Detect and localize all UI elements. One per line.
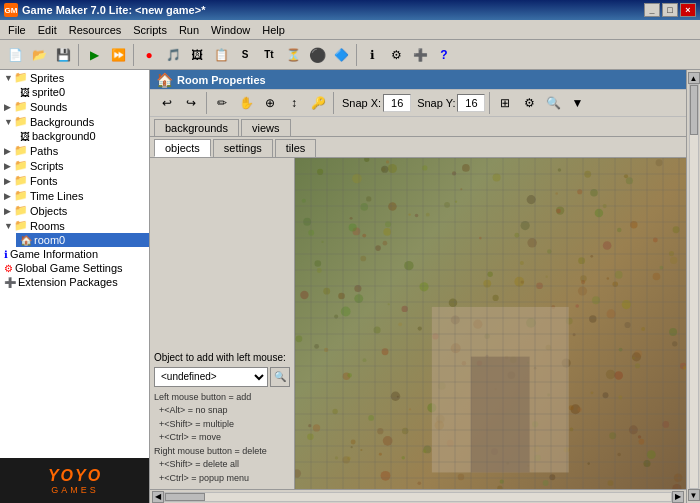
sidebar-item-fonts[interactable]: ▶ 📁 Fonts <box>0 173 149 188</box>
tab-objects[interactable]: objects <box>154 139 211 157</box>
tb-sprite[interactable]: ● <box>138 44 160 66</box>
tb-timeline[interactable]: ⏳ <box>282 44 304 66</box>
room-tb-settings[interactable]: ⚙ <box>518 92 540 114</box>
expand-icon-sprites: ▼ <box>4 73 12 83</box>
horizontal-scrollbar[interactable]: ◀ ▶ <box>150 489 686 503</box>
room-canvas-element <box>295 158 686 489</box>
object-browse-button[interactable]: 🔍 <box>270 367 290 387</box>
menu-help[interactable]: Help <box>256 22 291 38</box>
tb-help[interactable]: ? <box>433 44 455 66</box>
scroll-vtrack[interactable] <box>689 84 699 489</box>
snap-y-input[interactable] <box>457 94 485 112</box>
sidebar-label-gameinfo: Game Information <box>10 248 98 260</box>
sidebar-item-objects[interactable]: ▶ 📁 Objects <box>0 203 149 218</box>
menu-file[interactable]: File <box>2 22 32 38</box>
tb-object[interactable]: ⚫ <box>306 44 328 66</box>
room-tb-arrow[interactable]: ↕ <box>283 92 305 114</box>
sidebar-item-gameinfo[interactable]: ℹ Game Information <box>0 247 149 261</box>
tb-run-debug[interactable]: ⏩ <box>107 44 129 66</box>
tb-room[interactable]: 🔷 <box>330 44 352 66</box>
sidebar-item-room0[interactable]: 🏠 room0 <box>16 233 149 247</box>
scroll-track[interactable] <box>164 492 672 502</box>
tab-backgrounds[interactable]: backgrounds <box>154 119 239 136</box>
scroll-down-btn[interactable]: ▼ <box>688 489 700 501</box>
scroll-vthumb[interactable] <box>690 85 698 135</box>
sidebar-label-background0: background0 <box>32 130 96 142</box>
sidebar-item-sprite0[interactable]: 🖼 sprite0 <box>16 85 149 99</box>
help-line-3: +<Shift> = multiple <box>154 418 290 432</box>
menu-edit[interactable]: Edit <box>32 22 63 38</box>
app-icon: GM <box>4 3 18 17</box>
tb-new[interactable]: 📄 <box>4 44 26 66</box>
title-bar-controls[interactable]: _ □ × <box>644 3 696 17</box>
room-tb-zoomdrop[interactable]: ▼ <box>566 92 588 114</box>
sidebar: ▼ 📁 Sprites 🖼 sprite0 ▶ 📁 Sounds ▼ 📁 Bac… <box>0 70 150 503</box>
sidebar-item-sounds[interactable]: ▶ 📁 Sounds <box>0 99 149 114</box>
room-tb-lock[interactable]: 🔑 <box>307 92 329 114</box>
room-tb-select[interactable]: ⊕ <box>259 92 281 114</box>
sidebar-item-background0[interactable]: 🖼 background0 <box>16 129 149 143</box>
tb-sound[interactable]: 🎵 <box>162 44 184 66</box>
expand-icon-backgrounds: ▼ <box>4 117 12 127</box>
tb-path[interactable]: 📋 <box>210 44 232 66</box>
tb-run[interactable]: ▶ <box>83 44 105 66</box>
sidebar-item-extensions[interactable]: ➕ Extension Packages <box>0 275 149 289</box>
expand-icon-objects: ▶ <box>4 206 12 216</box>
room-panel-title: Room Properties <box>177 74 266 86</box>
help-text: Left mouse button = add +<Alt> = no snap… <box>154 391 290 486</box>
yoyo-logo-text: YOYO <box>48 467 102 485</box>
snap-y-label: Snap Y: <box>417 97 455 109</box>
tb-save[interactable]: 💾 <box>52 44 74 66</box>
scroll-right-btn[interactable]: ▶ <box>672 491 684 503</box>
room-tb-redo[interactable]: ↪ <box>180 92 202 114</box>
scroll-left-btn[interactable]: ◀ <box>152 491 164 503</box>
room-canvas <box>295 158 686 489</box>
tb-gameinfo[interactable]: ℹ <box>361 44 383 66</box>
sidebar-label-gamesettings: Global Game Settings <box>15 262 123 274</box>
minimize-button[interactable]: _ <box>644 3 660 17</box>
room-tb-undo[interactable]: ↩ <box>156 92 178 114</box>
sidebar-item-backgrounds[interactable]: ▼ 📁 Backgrounds <box>0 114 149 129</box>
sidebar-item-timelines[interactable]: ▶ 📁 Time Lines <box>0 188 149 203</box>
room-tb-sep2 <box>333 92 334 114</box>
vertical-scrollbar[interactable]: ▲ ▼ <box>686 70 700 503</box>
tb-open[interactable]: 📂 <box>28 44 50 66</box>
snap-x-input[interactable] <box>383 94 411 112</box>
sidebar-item-gamesettings[interactable]: ⚙ Global Game Settings <box>0 261 149 275</box>
tb-extensions[interactable]: ➕ <box>409 44 431 66</box>
menu-window[interactable]: Window <box>205 22 256 38</box>
tabs-row2: objects settings tiles <box>150 137 686 158</box>
room-tb-grid[interactable]: ⊞ <box>494 92 516 114</box>
room-panel-header: 🏠 Room Properties <box>150 70 686 90</box>
room-tb-draw[interactable]: ✏ <box>211 92 233 114</box>
room-tb-zoom[interactable]: 🔍 <box>542 92 564 114</box>
menu-run[interactable]: Run <box>173 22 205 38</box>
sidebar-label-extensions: Extension Packages <box>18 276 118 288</box>
tb-gamesettings[interactable]: ⚙ <box>385 44 407 66</box>
sidebar-label-fonts: Fonts <box>30 175 58 187</box>
sidebar-item-rooms[interactable]: ▼ 📁 Rooms <box>0 218 149 233</box>
main-layout: ▼ 📁 Sprites 🖼 sprite0 ▶ 📁 Sounds ▼ 📁 Bac… <box>0 70 700 503</box>
menu-scripts[interactable]: Scripts <box>127 22 173 38</box>
maximize-button[interactable]: □ <box>662 3 678 17</box>
object-select[interactable]: <undefined> <box>154 367 268 387</box>
scroll-thumb[interactable] <box>165 493 205 501</box>
menu-bar: File Edit Resources Scripts Run Window H… <box>0 20 700 40</box>
room-tb-move[interactable]: ✋ <box>235 92 257 114</box>
menu-resources[interactable]: Resources <box>63 22 128 38</box>
tb-script[interactable]: S <box>234 44 256 66</box>
tb-font[interactable]: Tt <box>258 44 280 66</box>
sidebar-item-sprites[interactable]: ▼ 📁 Sprites <box>0 70 149 85</box>
tb-separator1 <box>78 44 79 66</box>
tab-tiles[interactable]: tiles <box>275 139 317 157</box>
expand-icon-fonts: ▶ <box>4 176 12 186</box>
tabs-row1: backgrounds views <box>150 117 686 137</box>
tab-settings[interactable]: settings <box>213 139 273 157</box>
tab-views[interactable]: views <box>241 119 291 136</box>
sidebar-item-paths[interactable]: ▶ 📁 Paths <box>0 143 149 158</box>
help-line-7: +<Ctrl> = popup menu <box>154 472 290 486</box>
sidebar-item-scripts[interactable]: ▶ 📁 Scripts <box>0 158 149 173</box>
close-button[interactable]: × <box>680 3 696 17</box>
tb-bg[interactable]: 🖼 <box>186 44 208 66</box>
scroll-up-btn[interactable]: ▲ <box>688 72 700 84</box>
